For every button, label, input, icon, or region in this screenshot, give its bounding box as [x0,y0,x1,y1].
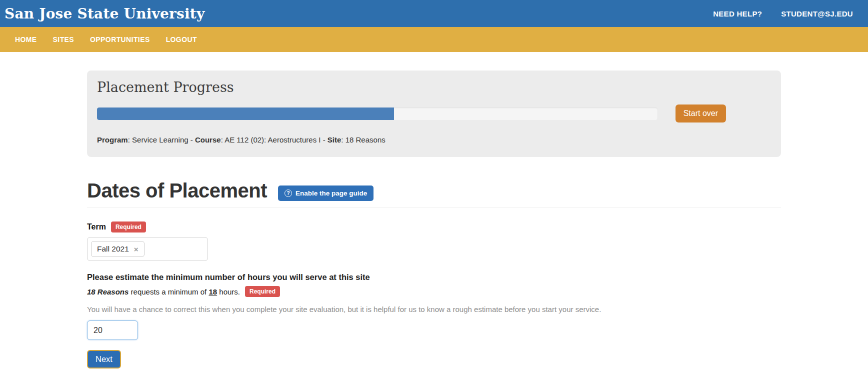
page-header: Dates of Placement ? Enable the page gui… [87,180,781,208]
site-label: Site [328,136,342,144]
term-tag-label: Fall 2021 [97,244,129,254]
nav-item-logout[interactable]: LOGOUT [158,36,205,44]
term-field-section: Term Required Fall 2021 × [87,222,781,261]
course-value: AE 112 (02): Aerostructures I [224,136,320,144]
remove-tag-icon[interactable]: × [134,246,138,253]
program-label: Program [97,136,128,144]
hours-helper-text: You will have a chance to correct this w… [87,305,781,314]
term-required-badge: Required [111,222,146,232]
page-guide-label: Enable the page guide [296,190,367,197]
site-value: 18 Reasons [346,136,386,144]
progress-bar-fill [97,108,394,120]
nav-item-opportunities[interactable]: OPPORTUNITIES [82,36,158,44]
term-selected-tag: Fall 2021 × [91,241,144,257]
progress-bar [97,108,658,120]
page-container: Placement Progress Start over Program: S… [87,70,781,368]
main-nav: HOME SITES OPPORTUNITIES LOGOUT [0,27,868,52]
term-label: Term [87,222,106,232]
course-label: Course [195,136,221,144]
hours-site-name: 18 Reasons [87,288,128,296]
term-label-row: Term Required [87,222,781,232]
progress-row: Start over [97,104,771,122]
placement-progress-panel: Placement Progress Start over Program: S… [87,70,781,157]
term-select[interactable]: Fall 2021 × [87,237,208,261]
enable-page-guide-button[interactable]: ? Enable the page guide [278,186,374,201]
nav-item-sites[interactable]: SITES [45,36,82,44]
nav-item-home[interactable]: HOME [7,36,45,44]
page-title: Dates of Placement [87,180,267,202]
minimum-hours-value: 18 [208,288,217,296]
question-circle-icon: ? [284,190,292,197]
next-button[interactable]: Next [87,350,121,368]
program-value: Service Learning [132,136,188,144]
placement-progress-title: Placement Progress [97,80,771,95]
topbar-links: NEED HELP? STUDENT@SJ.EDU [713,10,853,18]
top-header-bar: San Jose State University NEED HELP? STU… [0,0,868,27]
placement-summary: Program: Service Learning - Course: AE 1… [97,136,771,144]
start-over-button[interactable]: Start over [676,104,726,122]
university-title: San Jose State University [4,6,713,22]
hours-input[interactable] [87,320,138,340]
hours-required-badge: Required [245,286,280,297]
hours-requirement-line: 18 Reasons requests a minimum of 18 hour… [87,286,781,297]
account-link[interactable]: STUDENT@SJ.EDU [781,10,853,18]
need-help-link[interactable]: NEED HELP? [713,10,762,18]
hours-question-label: Please estimate the minimum number of ho… [87,272,781,282]
